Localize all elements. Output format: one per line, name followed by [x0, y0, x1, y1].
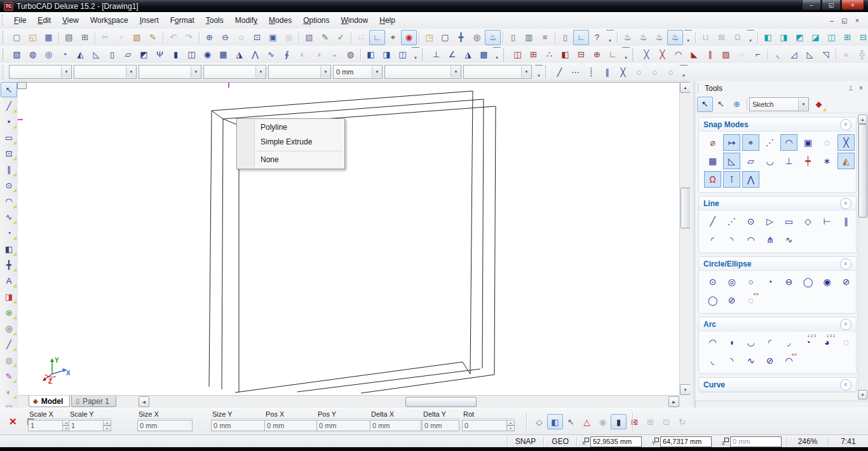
angle-check-button[interactable]: ∠ [444, 47, 460, 62]
delete-tool-button[interactable]: ◆ [811, 97, 827, 112]
collapse-section-button[interactable]: « [840, 379, 851, 391]
field-input[interactable]: 0 mm [137, 420, 193, 431]
render-wireframe-button[interactable]: ♨ [620, 30, 635, 45]
material-combo-dropdown-arrow[interactable]: ▼ [521, 66, 531, 78]
circle-triple-point-button[interactable]: ◔ [761, 274, 778, 290]
line-multiline-button[interactable]: ⋰ [723, 213, 740, 230]
print-style-combo[interactable]: ▼ [384, 65, 461, 79]
view-right-button[interactable]: ◪ [808, 30, 824, 45]
palette-scrollbar[interactable]: ▲ ▼ [858, 114, 868, 399]
view-bottom-button[interactable]: ⊞ [839, 30, 855, 45]
minimize-document-button[interactable]: – [826, 16, 837, 25]
insert-picture-button[interactable]: ▧ [301, 30, 317, 45]
move-button[interactable]: ╋ [1, 257, 17, 272]
format-painter-button[interactable]: ✎ [145, 30, 161, 45]
pen-width-combo-dropdown-arrow[interactable]: ▼ [372, 66, 382, 78]
pan-button[interactable]: ╋ [453, 30, 469, 45]
mirror-node-button[interactable]: ◹ [818, 47, 834, 62]
align-chevron-button[interactable]: « [838, 47, 854, 62]
oblique-cylinder-button[interactable]: ▱ [120, 47, 136, 62]
ucs-axis-button[interactable]: ∟ [573, 30, 589, 45]
selector-3d-button[interactable]: ◧ [547, 414, 563, 429]
snap-circle-tan-button[interactable]: ◌ [631, 64, 647, 80]
color-palette-button[interactable]: ≡ [537, 30, 553, 45]
snap-point-on-line-button[interactable]: ⋯ [567, 64, 583, 80]
menu-item-workspace[interactable]: Workspace [85, 14, 134, 27]
context-menu-item-none[interactable]: None [238, 153, 344, 167]
line-rotated-rectangle-button[interactable]: ◇ [799, 213, 817, 230]
solid-box-button[interactable]: ◧ [1, 241, 17, 256]
shrink-node-button[interactable]: ◿ [786, 47, 802, 62]
circle-double-point-button[interactable]: ○ [742, 274, 759, 290]
collapse-section-button[interactable]: « [840, 119, 851, 130]
view-back-button[interactable]: ◨ [776, 30, 792, 45]
chamfer-button[interactable]: ◣ [686, 47, 702, 62]
snap-vertical-button[interactable]: ┊ [583, 64, 599, 80]
group-edit-button[interactable]: ⊔ [698, 30, 714, 45]
arc-start-end-included-button[interactable]: ◔1 2 3 [799, 334, 817, 350]
snap-tangent-button[interactable]: ◡ [761, 153, 778, 169]
text-button[interactable]: A [1, 273, 17, 288]
circle-tool-button[interactable]: ○ [734, 47, 750, 62]
line-sketch-button[interactable]: ∿ [780, 232, 797, 248]
pin-panel-button[interactable]: ⌶ [846, 83, 856, 94]
node-select-tool-button[interactable]: ↖ [713, 97, 729, 112]
collapse-section-button[interactable]: « [840, 198, 851, 209]
line-single-button[interactable]: ╱ [704, 213, 721, 230]
zoom-out-button[interactable]: ⊖ [217, 30, 233, 45]
line-perpendicular-button[interactable]: ⊢ [818, 213, 836, 230]
no-rubber-band-button[interactable]: ⊠ [627, 414, 642, 429]
snap-center-arc-button[interactable]: ◠ [780, 134, 797, 151]
render-hidden-line-button[interactable]: ♨ [635, 30, 651, 45]
new-window-button[interactable]: ▯ [557, 30, 573, 45]
canvas-vscrollbar[interactable]: ▲ ▼ [679, 82, 691, 395]
field-input[interactable]: 0 mm [422, 420, 459, 431]
arc-tangent-to-arc-button[interactable]: ◟ [704, 352, 721, 369]
menu-item-options[interactable]: Options [297, 14, 335, 27]
workplane-axis-button[interactable]: ⊥ [428, 47, 444, 62]
line-parallel-button[interactable]: ∥ [837, 213, 855, 230]
arc-concentric-button[interactable]: ◖ [723, 334, 740, 350]
cut-button[interactable]: ✂ [97, 30, 113, 45]
fillet-button[interactable]: ◠ [670, 47, 686, 62]
layer-combo[interactable]: ▼ [9, 65, 72, 79]
line-tangent-to-arc-button[interactable]: ◜ [704, 232, 721, 248]
camera-orbit-button[interactable]: ◎ [469, 30, 485, 45]
hemisphere-button[interactable]: ◎ [41, 47, 57, 62]
arc-button[interactable]: ◠ [1, 193, 17, 209]
circle-button[interactable]: ⊙ [1, 177, 17, 193]
cylinder-button[interactable]: ▯ [104, 47, 120, 62]
copy-array-button[interactable]: ⊟ [573, 47, 589, 62]
vscroll-thumb[interactable] [681, 188, 691, 228]
extract-button[interactable]: ◳ [421, 30, 437, 45]
snap-advance-button[interactable]: ↦ [723, 134, 740, 151]
cone-button[interactable]: ◭ [72, 47, 88, 62]
toolbar-overflow-button[interactable]: ▾ [622, 47, 630, 62]
hatch-pattern-button[interactable]: ▩ [476, 47, 492, 62]
sketch-blob-button[interactable]: ◍ [1, 352, 17, 368]
snap-cross-button[interactable]: ╳ [615, 64, 631, 80]
mesh-button[interactable]: ▦ [215, 47, 231, 62]
wireframe-box-button[interactable]: ▢ [437, 30, 453, 45]
copy-view-button[interactable]: ▯ [505, 30, 521, 45]
close-document-button[interactable]: × [851, 16, 863, 25]
copy-radial-button[interactable]: ∴ [541, 47, 557, 62]
draw-order-button[interactable]: ▮ [611, 414, 627, 429]
material-combo[interactable]: ▼ [463, 65, 532, 79]
brush-combo-dropdown-arrow[interactable]: ▼ [191, 66, 201, 78]
hatch-sphere-button[interactable]: ◍ [342, 47, 358, 62]
context-menu-item-polyline[interactable]: Polyline [238, 120, 344, 135]
menu-item-window[interactable]: Window [336, 14, 374, 27]
menu-item-modify[interactable]: Modify [229, 14, 263, 27]
close-panel-button[interactable]: × [856, 83, 866, 94]
align-center-button[interactable]: ╬ [854, 47, 868, 62]
palette-scroll-down-button[interactable]: ▼ [858, 390, 867, 399]
circle-center-point-button[interactable]: ⊙ [704, 274, 721, 290]
boolean-union-button[interactable]: ◧ [363, 47, 379, 62]
circle-tangent-three-arcs-button[interactable]: ◉ [818, 274, 836, 290]
line-button[interactable]: ╱ [1, 98, 17, 113]
collapse-section-button[interactable]: « [840, 258, 851, 270]
field-spinner[interactable]: ▲▼ [507, 420, 515, 431]
snap-intersection-button[interactable]: ╳ [837, 134, 855, 151]
menu-item-view[interactable]: View [57, 14, 85, 27]
